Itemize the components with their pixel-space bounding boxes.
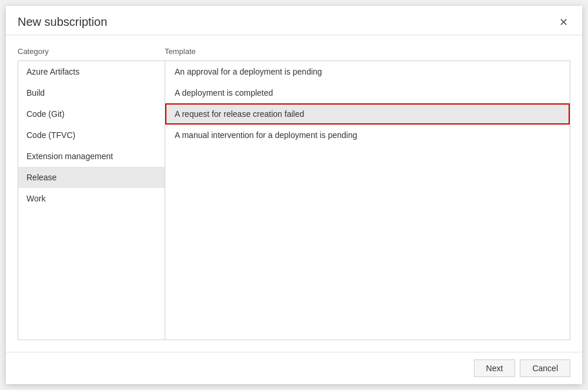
column-headers: Category Template: [18, 47, 570, 56]
category-item-azure-artifacts[interactable]: Azure Artifacts: [18, 61, 165, 82]
template-item-approval-pending[interactable]: An approval for a deployment is pending: [165, 61, 570, 82]
template-column-label: Template: [165, 47, 570, 56]
next-button[interactable]: Next: [474, 359, 516, 377]
close-button[interactable]: ✕: [557, 17, 570, 28]
dialog-header: New subscription ✕: [6, 6, 582, 35]
category-item-code-git[interactable]: Code (Git): [18, 103, 165, 125]
dialog-title: New subscription: [18, 15, 107, 29]
category-item-build[interactable]: Build: [18, 82, 165, 103]
category-item-work[interactable]: Work: [18, 188, 165, 209]
template-list: An approval for a deployment is pendingA…: [165, 61, 570, 339]
category-item-release[interactable]: Release: [18, 167, 165, 188]
cancel-button[interactable]: Cancel: [520, 359, 570, 377]
template-item-manual-intervention[interactable]: A manual intervention for a deployment i…: [165, 125, 570, 146]
category-column-label: Category: [18, 47, 165, 56]
new-subscription-dialog: New subscription ✕ Category Template Azu…: [6, 6, 582, 384]
dialog-footer: Next Cancel: [6, 352, 582, 384]
template-item-deployment-completed[interactable]: A deployment is completed: [165, 82, 570, 103]
category-list: Azure ArtifactsBuildCode (Git)Code (TFVC…: [18, 61, 165, 339]
content-area: Azure ArtifactsBuildCode (Git)Code (TFVC…: [18, 60, 570, 340]
dialog-body: Category Template Azure ArtifactsBuildCo…: [6, 35, 582, 352]
template-item-release-creation-failed[interactable]: A request for release creation failed: [165, 103, 570, 125]
category-item-code-tfvc[interactable]: Code (TFVC): [18, 125, 165, 146]
category-item-extension-management[interactable]: Extension management: [18, 146, 165, 167]
